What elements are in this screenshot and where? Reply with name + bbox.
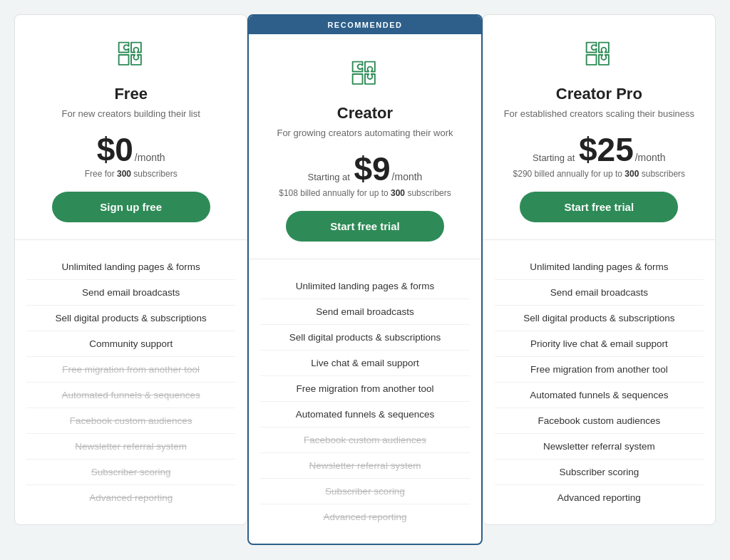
price-period: /month [135,152,165,163]
feature-item: Facebook custom audiences [26,408,235,434]
plan-features: Unlimited landing pages & formsSend emai… [15,240,247,524]
feature-item: Newsletter referral system [26,434,235,460]
plan-icon [345,54,385,94]
feature-item: Sell digital products & subscriptions [495,306,704,331]
feature-item: Facebook custom audiences [260,427,469,453]
feature-item: Advanced reporting [260,504,469,529]
price-amount: $9 [354,152,390,185]
price-starting: Starting at [533,152,577,163]
feature-item: Send email broadcasts [495,280,704,306]
feature-item: Free migration from another tool [260,376,469,402]
plan-features: Unlimited landing pages & formsSend emai… [249,259,480,544]
plan-name: Creator [266,104,463,123]
plan-name: Creator Pro [500,85,698,103]
plan-card-creator-pro: Creator Pro For established creators sca… [483,14,716,525]
price-amount: $25 [579,133,634,166]
feature-item: Subscriber scoring [260,479,469,504]
feature-item: Send email broadcasts [26,280,235,306]
plan-cta-button[interactable]: Start free trial [286,211,444,242]
plan-header: Creator For growing creators automating … [249,34,480,259]
plan-icon [111,35,151,75]
feature-item: Sell digital products & subscriptions [260,325,469,351]
plan-icon [579,35,619,75]
feature-item: Subscriber scoring [495,460,704,485]
price-starting: Starting at [308,172,353,182]
price-sub: $108 billed annually for up to 300 subsc… [266,188,463,198]
feature-item: Advanced reporting [26,485,235,510]
feature-item: Newsletter referral system [495,434,704,460]
feature-item: Free migration from another tool [495,357,704,383]
feature-item: Priority live chat & email support [495,331,704,357]
feature-item: Automated funnels & sequences [260,402,469,427]
feature-item: Facebook custom audiences [495,408,704,434]
feature-item: Live chat & email support [260,351,469,376]
plan-tagline: For growing creators automating their wo… [266,127,463,140]
feature-item: Send email broadcasts [260,299,469,325]
plan-header: Free For new creators building their lis… [15,15,247,240]
price-amount: $0 [97,133,133,166]
feature-item: Advanced reporting [495,485,704,510]
plan-header: Creator Pro For established creators sca… [483,15,715,240]
plan-cta-button[interactable]: Sign up free [52,192,210,222]
plan-cta-button[interactable]: Start free trial [520,192,678,222]
feature-item: Unlimited landing pages & forms [495,254,704,280]
price-sub: $290 billed annually for up to 300 subsc… [500,169,698,179]
feature-item: Newsletter referral system [260,453,469,479]
price-period: /month [635,152,666,163]
feature-item: Unlimited landing pages & forms [260,274,469,299]
feature-item: Free migration from another tool [26,357,235,383]
feature-item: Unlimited landing pages & forms [26,254,235,280]
pricing-container: Free For new creators building their lis… [14,14,716,545]
price-period: /month [392,171,423,182]
plan-tagline: For new creators building their list [32,108,230,120]
plan-features: Unlimited landing pages & formsSend emai… [483,240,715,524]
plan-card-creator: RECOMMENDED Creator For growing creators… [247,14,482,545]
plan-card-free: Free For new creators building their lis… [14,14,247,525]
plan-tagline: For established creators scaling their b… [500,108,698,120]
feature-item: Automated funnels & sequences [495,383,704,408]
price-sub: Free for 300 subscribers [32,169,230,179]
recommended-badge: RECOMMENDED [249,16,480,34]
plan-name: Free [32,85,230,103]
feature-item: Sell digital products & subscriptions [26,306,235,331]
feature-item: Community support [26,331,235,357]
feature-item: Automated funnels & sequences [26,383,235,408]
feature-item: Subscriber scoring [26,460,235,485]
